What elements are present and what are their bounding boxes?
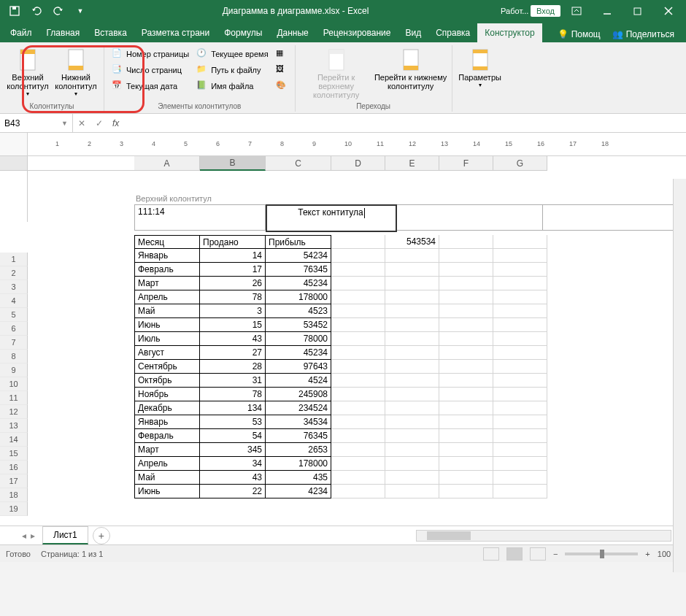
current-date-button[interactable]: 📅Текущая дата [109, 79, 192, 93]
header-left-section[interactable]: 111:14 [134, 205, 266, 230]
cell[interactable] [385, 374, 439, 388]
share-button[interactable]: 👥Поделиться [606, 26, 680, 42]
table-cell[interactable]: 78 [200, 290, 266, 304]
cell[interactable] [439, 374, 493, 388]
minimize-button[interactable] [593, 2, 622, 20]
cell[interactable] [331, 471, 385, 485]
table-cell[interactable]: 43 [200, 332, 266, 346]
column-header[interactable]: B [200, 156, 266, 171]
header-dropdown[interactable]: Верхний колонтитул ▾ [4, 45, 51, 101]
cell[interactable] [439, 332, 493, 346]
column-header[interactable]: F [439, 156, 493, 171]
cell[interactable] [385, 346, 439, 360]
cell[interactable] [439, 415, 493, 429]
table-cell[interactable]: 54234 [266, 249, 331, 263]
table-cell[interactable]: Май [134, 304, 200, 318]
current-time-button[interactable]: 🕐Текущее время [193, 47, 271, 61]
enter-formula-icon[interactable]: ✓ [90, 118, 108, 128]
cell[interactable] [331, 304, 385, 318]
table-cell[interactable]: Август [134, 346, 200, 360]
table-cell[interactable]: 78000 [266, 332, 331, 346]
cell[interactable] [439, 304, 493, 318]
table-cell[interactable]: 15 [200, 318, 266, 332]
table-cell[interactable]: 28 [200, 360, 266, 374]
table-cell[interactable]: 234524 [266, 401, 331, 415]
row-header[interactable]: 19 [0, 502, 28, 516]
row-header[interactable]: 3 [0, 280, 28, 294]
table-header-cell[interactable]: Месяц [134, 235, 200, 249]
cell[interactable] [331, 290, 385, 304]
page-number-button[interactable]: 📄Номер страницы [109, 47, 192, 61]
column-header[interactable]: E [385, 156, 439, 171]
cell[interactable] [439, 360, 493, 374]
table-cell[interactable]: 45234 [266, 346, 331, 360]
table-cell[interactable]: Май [134, 471, 200, 485]
cell[interactable] [385, 304, 439, 318]
table-cell[interactable]: 178000 [266, 290, 331, 304]
table-cell[interactable]: 26 [200, 277, 266, 290]
cell[interactable] [385, 249, 439, 263]
tab-file[interactable]: Файл [3, 23, 39, 42]
redo-icon[interactable] [50, 2, 67, 20]
row-header[interactable]: 6 [0, 322, 28, 336]
cell[interactable] [493, 304, 547, 318]
cell[interactable] [385, 429, 439, 443]
cell[interactable] [331, 415, 385, 429]
row-header[interactable]: 5 [0, 308, 28, 322]
cell[interactable] [331, 235, 385, 249]
table-cell[interactable]: Март [134, 277, 200, 290]
cell[interactable] [385, 415, 439, 429]
row-header[interactable]: 9 [0, 363, 28, 377]
tab-home[interactable]: Главная [39, 23, 88, 42]
cell[interactable] [439, 290, 493, 304]
tab-insert[interactable]: Вставка [87, 23, 134, 42]
qat-customize-icon[interactable]: ▼ [72, 2, 89, 20]
cell[interactable] [385, 443, 439, 457]
formula-input[interactable] [123, 118, 686, 128]
save-icon[interactable] [6, 2, 23, 20]
row-header[interactable]: 17 [0, 474, 28, 488]
tab-data[interactable]: Данные [269, 23, 315, 42]
cell[interactable] [385, 318, 439, 332]
table-cell[interactable]: 178000 [266, 457, 331, 471]
cell[interactable] [331, 318, 385, 332]
row-header[interactable]: 8 [0, 350, 28, 363]
table-cell[interactable]: Апрель [134, 457, 200, 471]
sheet-name-button[interactable]: ▦ [273, 47, 290, 61]
normal-view-icon[interactable] [483, 547, 499, 561]
table-cell[interactable]: Февраль [134, 429, 200, 443]
cell[interactable] [439, 249, 493, 263]
cell[interactable] [493, 401, 547, 415]
cell[interactable] [331, 457, 385, 471]
column-header[interactable]: C [266, 156, 331, 171]
select-all-corner[interactable] [0, 156, 28, 171]
cell[interactable] [493, 360, 547, 374]
table-cell[interactable]: 34534 [266, 415, 331, 429]
table-cell[interactable]: 17 [200, 263, 266, 277]
tell-me-button[interactable]: 💡Помощ [552, 26, 606, 42]
tab-formulas[interactable]: Формулы [217, 23, 269, 42]
row-header[interactable]: 1 [0, 253, 28, 266]
name-box[interactable]: B43▼ [0, 114, 73, 132]
cell[interactable] [331, 485, 385, 498]
cell[interactable] [385, 471, 439, 485]
table-cell[interactable]: 43 [200, 471, 266, 485]
cell[interactable] [439, 235, 493, 249]
cell[interactable] [493, 471, 547, 485]
cell[interactable] [385, 485, 439, 498]
row-header[interactable]: 4 [0, 294, 28, 308]
file-name-button[interactable]: 📗Имя файла [193, 79, 271, 93]
sheet-tab-1[interactable]: Лист1 [42, 526, 88, 544]
cell[interactable] [331, 263, 385, 277]
cell[interactable] [493, 263, 547, 277]
table-cell[interactable]: Ноябрь [134, 388, 200, 401]
table-cell[interactable]: Апрель [134, 290, 200, 304]
page-count-button[interactable]: 📑Число страниц [109, 63, 192, 77]
row-header[interactable]: 12 [0, 405, 28, 419]
cell[interactable] [439, 318, 493, 332]
cell[interactable] [493, 485, 547, 498]
row-header[interactable]: 16 [0, 461, 28, 474]
table-cell[interactable]: 14 [200, 249, 266, 263]
row-header[interactable]: 7 [0, 336, 28, 350]
cell[interactable] [493, 249, 547, 263]
